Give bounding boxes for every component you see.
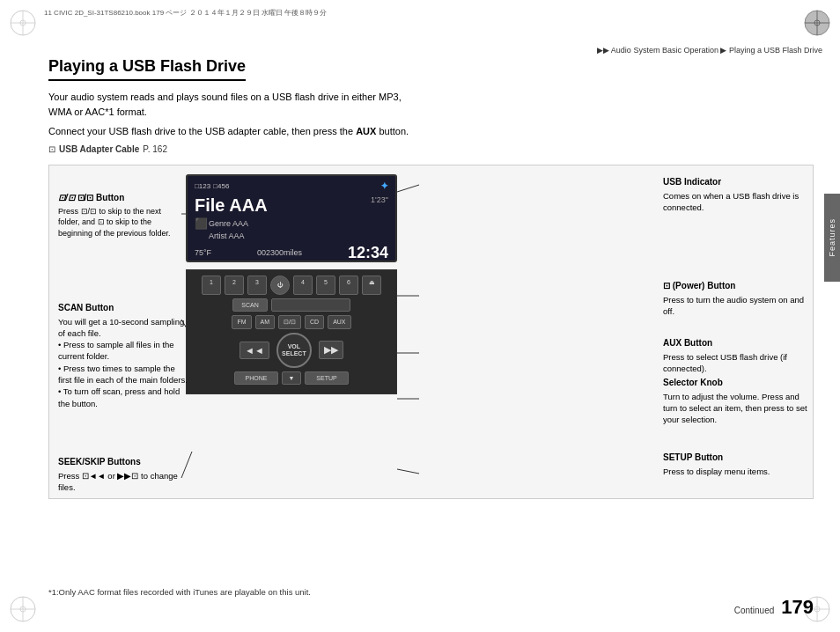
fm-am-row: FM AM ⊡/⊡ CD AUX (192, 315, 391, 329)
screen-track-left: □123 (195, 182, 210, 190)
ann-scan-line4: • To turn off scan, press and hold the b… (58, 386, 190, 409)
ann-scan-title: SCAN Button (58, 302, 190, 314)
annotation-aux-btn: AUX Button Press to select USB flash dri… (663, 337, 813, 375)
btn-scan[interactable]: SCAN (232, 298, 268, 312)
folder-btn-label: ⊡/⊡ Button (77, 193, 125, 202)
screen-artist-row: Artist AAA (195, 230, 388, 240)
file-header-icons: □123 □456 (195, 182, 229, 190)
annotation-selector-knob: Selector Knob Turn to adjust the volume.… (663, 377, 813, 426)
ann-selector-text: Turn to adjust the volume. Press and tur… (663, 391, 813, 426)
breadcrumb-item1: Audio System Basic Operation (611, 46, 718, 55)
ann-folder-title: ⊡/⊡ ⊡/⊡ Button (58, 192, 181, 204)
number-row: 1 2 3 ⏻ 4 5 6 ⏏ (192, 276, 391, 295)
annotation-setup-btn: SETUP Button Press to display menu items… (663, 452, 813, 477)
page-number: 179 (781, 596, 814, 619)
btn-3[interactable]: 3 (247, 276, 267, 295)
main-content: Playing a USB Flash Drive Your audio sys… (48, 57, 814, 614)
screen-row2: File AAA 1'23" (195, 194, 388, 217)
annotation-seek-skip: SEEK/SKIP Buttons Press ⊡◄◄ or ▶▶⊡ to ch… (58, 456, 190, 494)
btn-aux[interactable]: AUX (328, 315, 350, 329)
seek-row: ◄◄ VOL SELECT ▶▶ (192, 333, 391, 368)
screen-artist: Artist AAA (209, 231, 245, 240)
btn-fm[interactable]: FM (232, 315, 251, 329)
intro-line3-suffix: button. (376, 126, 409, 136)
screen-track-right: □456 (213, 182, 229, 190)
annotation-folder-btn: ⊡/⊡ ⊡/⊡ Button Press ⊡/⊡ to skip to the … (58, 192, 181, 239)
breadcrumb: ▶▶ Audio System Basic Operation ▶ Playin… (597, 46, 822, 55)
folder-icon2: ⊡ (68, 193, 75, 202)
annotation-scan-btn: SCAN Button You will get a 10-second sam… (58, 302, 190, 409)
btn-2[interactable]: 2 (225, 276, 244, 295)
sidebar-label-text: Features (828, 218, 836, 257)
ann-selector-title: Selector Knob (663, 377, 813, 389)
intro-aux-bold: AUX (356, 126, 376, 136)
ann-aux-title: AUX Button (663, 337, 813, 349)
btn-band-wide[interactable] (271, 298, 350, 312)
ann-folder-text: Press ⊡/⊡ to skip to the next folder, an… (58, 206, 181, 239)
breadcrumb-sep2: ▶ (720, 46, 726, 55)
breadcrumb-sep1: ▶▶ (597, 46, 609, 55)
ann-power-text: Press to turn the audio system on and of… (663, 294, 813, 318)
folder-icon1: ⊡/ (58, 193, 68, 202)
intro-line2: WMA or AAC*1 format. (48, 105, 814, 120)
btn-4[interactable]: 4 (293, 276, 313, 295)
top-file-bar: 11 CIVIC 2D_SI-31TS86210.book 179 ページ ２０… (0, 0, 840, 25)
btn-seek-fwd[interactable]: ▶▶ (319, 341, 343, 359)
device-screen: □123 □456 ✦ File AAA 1'23" ⬛ Genre AAA A… (186, 174, 397, 262)
page-number-area: Continued 179 (734, 596, 814, 619)
screen-temp: 75°F (195, 248, 211, 257)
btn-down[interactable]: ▼ (282, 371, 301, 385)
svg-line-23 (397, 469, 419, 474)
usb-adapter-ref: ⊡ USB Adapter Cable P. 162 (48, 144, 814, 154)
annotation-usb-indicator: USB Indicator Comes on when a USB flash … (663, 176, 813, 214)
usb-ref-page: P. 162 (143, 144, 167, 154)
screen-genre-row: ⬛ Genre AAA (195, 217, 388, 228)
phone-setup-row: PHONE ▼ SETUP (192, 371, 391, 385)
screen-usb-icon: ⬛ (195, 217, 208, 230)
intro-paragraph: Your audio system reads and plays sound … (48, 90, 814, 119)
btn-eject[interactable]: ⏏ (362, 276, 381, 295)
ann-aux-text: Press to select USB flash drive (if conn… (663, 351, 813, 375)
btn-6[interactable]: 6 (339, 276, 358, 295)
btn-setup[interactable]: SETUP (305, 371, 349, 385)
ann-power-title: ⊡ (Power) Button (663, 280, 813, 292)
corner-decoration-bl (7, 593, 39, 625)
usb-ref-text: USB Adapter Cable (59, 144, 139, 154)
ann-seek-title: SEEK/SKIP Buttons (58, 456, 190, 468)
footnote: *1:Only AAC format files recorded with i… (48, 587, 311, 597)
btn-power[interactable]: ⏻ (270, 276, 290, 295)
page-title: Playing a USB Flash Drive (48, 57, 246, 81)
screen-odometer: 002300miles (257, 248, 302, 257)
intro-line1: Your audio system reads and plays sound … (48, 90, 814, 105)
screen-bluetooth: ✦ (380, 180, 388, 192)
ann-usb-text: Comes on when a USB flash drive is conne… (663, 190, 813, 214)
intro-line2-text: WMA or AAC*1 format. (48, 107, 147, 117)
intro-line3: Connect your USB flash drive to the USB … (48, 124, 814, 139)
ann-scan-line3: • Press two times to sample the first fi… (58, 363, 190, 386)
vol-select-label: VOL SELECT (278, 343, 310, 356)
btn-folder[interactable]: ⊡/⊡ (278, 315, 301, 329)
intro-line3-prefix: Connect your USB flash drive to the USB … (48, 126, 356, 136)
ann-usb-title: USB Indicator (663, 176, 813, 188)
btn-seek-back[interactable]: ◄◄ (239, 342, 269, 359)
btn-5[interactable]: 5 (316, 276, 335, 295)
btn-am[interactable]: AM (255, 315, 276, 329)
screen-time: 1'23" (371, 195, 388, 204)
screen-file-name: File AAA (195, 195, 268, 216)
usb-ref-icon: ⊡ (48, 144, 55, 154)
btn-1[interactable]: 1 (202, 276, 221, 295)
btn-vol-select[interactable]: VOL SELECT (276, 333, 312, 368)
svg-line-19 (397, 185, 419, 192)
screen-top-row: □123 □456 ✦ (195, 180, 388, 192)
control-panel: 1 2 3 ⏻ 4 5 6 ⏏ SCAN FM AM ⊡/⊡ CD AUX (186, 269, 397, 394)
screen-clock: 12:34 (348, 244, 388, 262)
btn-cd[interactable]: CD (305, 315, 324, 329)
ann-scan-line2: • Press to sample all files in the curre… (58, 339, 190, 363)
ann-setup-text: Press to display menu items. (663, 466, 813, 477)
btn-phone[interactable]: PHONE (234, 371, 278, 385)
scan-row: SCAN (192, 298, 391, 312)
sidebar-features: Features (824, 194, 840, 282)
ann-seek-text: Press ⊡◄◄ or ▶▶⊡ to change files. (58, 470, 190, 494)
screen-genre: Genre AAA (209, 219, 248, 228)
annotation-power-btn: ⊡ (Power) Button Press to turn the audio… (663, 280, 813, 318)
